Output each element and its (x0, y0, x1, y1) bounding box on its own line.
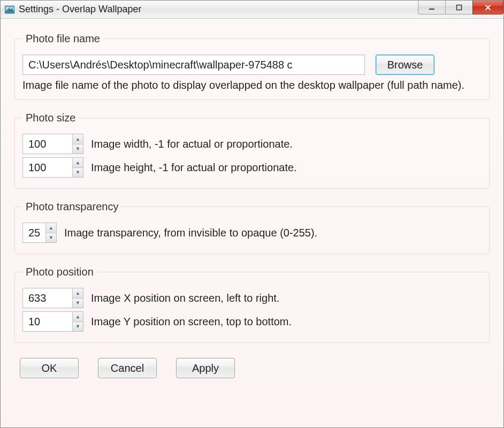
svg-point-2 (7, 7, 9, 9)
group-photo-file: Photo file name Browse Image file name o… (14, 33, 490, 100)
x-input[interactable] (23, 288, 72, 308)
x-spin-down[interactable]: ▼ (73, 299, 83, 308)
cancel-button[interactable]: Cancel (98, 358, 157, 378)
x-desc: Image X position on screen, left to righ… (91, 292, 279, 304)
group-legend-file: Photo file name (22, 33, 103, 45)
settings-window: Settings - Overlap Wallpaper Photo file … (0, 0, 504, 428)
x-spinner[interactable]: ▲ ▼ (22, 288, 83, 308)
width-input[interactable] (23, 134, 72, 154)
group-legend-transparency: Photo transparency (22, 201, 121, 213)
transparency-input[interactable] (23, 223, 45, 242)
maximize-button[interactable] (445, 1, 473, 14)
photo-path-input[interactable] (22, 55, 365, 75)
width-desc: Image width, -1 for actual or proportion… (91, 138, 293, 150)
browse-button[interactable]: Browse (376, 55, 434, 75)
window-title: Settings - Overlap Wallpaper (19, 4, 141, 15)
height-spin-down[interactable]: ▼ (73, 168, 83, 178)
width-spinner[interactable]: ▲ ▼ (22, 134, 83, 154)
group-photo-transparency: Photo transparency ▲ ▼ Image transparenc… (14, 201, 490, 254)
y-spin-up[interactable]: ▲ (73, 312, 83, 322)
group-photo-size: Photo size ▲ ▼ Image width, -1 for actua… (14, 112, 490, 189)
width-spin-down[interactable]: ▼ (73, 144, 83, 154)
client-area: Photo file name Browse Image file name o… (1, 19, 503, 427)
transparency-desc: Image transparency, from invisible to op… (64, 227, 317, 239)
height-spinner[interactable]: ▲ ▼ (22, 157, 83, 178)
y-spin-down[interactable]: ▼ (73, 322, 83, 332)
group-photo-position: Photo position ▲ ▼ Image X position on s… (14, 266, 490, 343)
transparency-spin-up[interactable]: ▲ (46, 223, 56, 233)
group-legend-size: Photo size (22, 112, 79, 124)
y-spinner[interactable]: ▲ ▼ (22, 311, 83, 332)
ok-button[interactable]: OK (20, 358, 79, 378)
apply-button[interactable]: Apply (176, 358, 235, 378)
group-legend-position: Photo position (22, 266, 97, 278)
minimize-button[interactable] (418, 1, 446, 14)
transparency-spin-down[interactable]: ▼ (46, 233, 56, 243)
svg-rect-6 (457, 5, 462, 10)
x-spin-up[interactable]: ▲ (73, 288, 83, 299)
svg-rect-5 (429, 9, 434, 10)
height-desc: Image height, -1 for actual or proportio… (91, 162, 297, 174)
y-desc: Image Y position on screen, top to botto… (91, 316, 292, 328)
app-icon (5, 5, 14, 14)
window-controls (418, 1, 503, 16)
transparency-spinner[interactable]: ▲ ▼ (22, 223, 57, 243)
height-spin-up[interactable]: ▲ (73, 158, 83, 168)
titlebar[interactable]: Settings - Overlap Wallpaper (1, 1, 503, 19)
button-bar: OK Cancel Apply (14, 358, 490, 378)
y-input[interactable] (23, 312, 72, 331)
file-helper-text: Image file name of the photo to display … (22, 78, 482, 92)
height-input[interactable] (23, 158, 72, 177)
close-button[interactable] (472, 1, 503, 14)
width-spin-up[interactable]: ▲ (73, 134, 83, 144)
